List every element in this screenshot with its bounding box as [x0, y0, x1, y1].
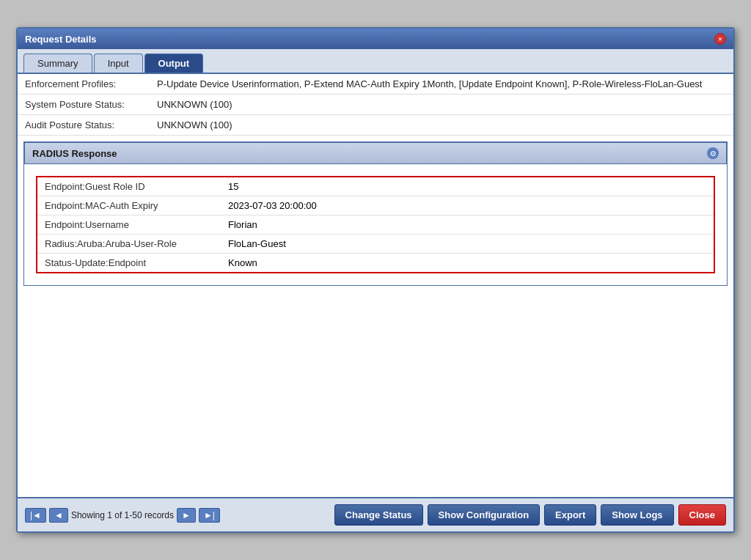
table-row: Endpoint:Username Florian — [37, 215, 714, 235]
footer: |◄ ◄ Showing 1 of 1-50 records ► ►| Chan… — [18, 497, 733, 531]
radius-key-4: Status-Update:Endpoint — [37, 254, 221, 273]
radius-value-3: FloLan-Guest — [221, 235, 376, 254]
value-system-posture: UNKNOWN (100) — [150, 95, 733, 115]
radius-response-table-wrapper: Endpoint:Guest Role ID 15 Endpoint:MAC-A… — [36, 176, 715, 273]
table-row: System Posture Status: UNKNOWN (100) — [18, 95, 733, 115]
radius-key-2: Endpoint:Username — [37, 215, 221, 235]
pagination-area: |◄ ◄ Showing 1 of 1-50 records ► ►| — [25, 508, 220, 523]
show-configuration-button[interactable]: Show Configuration — [428, 504, 540, 526]
radius-section-title: RADIUS Response — [32, 148, 117, 159]
radius-collapse-icon[interactable]: ⊙ — [707, 147, 719, 159]
last-page-button[interactable]: ►| — [199, 508, 220, 523]
value-audit-posture: UNKNOWN (100) — [150, 115, 733, 136]
main-content: Enforcement Profiles: P-Update Device Us… — [18, 74, 733, 497]
radius-value-2: Florian — [221, 215, 376, 235]
change-status-button[interactable]: Change Status — [334, 504, 423, 526]
radius-value-0: 15 — [221, 177, 376, 196]
action-buttons: Change Status Show Configuration Export … — [334, 504, 726, 526]
empty-area — [18, 292, 733, 497]
radius-value-4: Known — [221, 254, 376, 273]
radius-section-header: RADIUS Response ⊙ — [24, 142, 727, 164]
close-button[interactable]: Close — [678, 504, 726, 526]
table-row: Endpoint:Guest Role ID 15 — [37, 177, 714, 196]
title-bar: Request Details × — [18, 29, 733, 49]
radius-section: RADIUS Response ⊙ Endpoint:Guest Role ID… — [23, 141, 728, 286]
table-row: Endpoint:MAC-Auth Expiry 2023-07-03 20:0… — [37, 196, 714, 215]
window-close-button[interactable]: × — [714, 33, 726, 45]
radius-key-1: Endpoint:MAC-Auth Expiry — [37, 196, 221, 215]
value-enforcement-profiles: P-Update Device Userinformation, P-Exten… — [150, 74, 733, 95]
radius-value-1: 2023-07-03 20:00:00 — [221, 196, 376, 215]
label-enforcement-profiles: Enforcement Profiles: — [18, 74, 150, 95]
tab-summary[interactable]: Summary — [23, 54, 92, 73]
export-button[interactable]: Export — [544, 504, 596, 526]
show-logs-button[interactable]: Show Logs — [601, 504, 673, 526]
prev-page-button[interactable]: ◄ — [49, 508, 68, 523]
tab-input[interactable]: Input — [94, 54, 143, 73]
table-row: Enforcement Profiles: P-Update Device Us… — [18, 74, 733, 95]
table-row: Radius:Aruba:Aruba-User-Role FloLan-Gues… — [37, 235, 714, 254]
label-system-posture: System Posture Status: — [18, 95, 150, 115]
window-title: Request Details — [25, 34, 97, 45]
radius-key-0: Endpoint:Guest Role ID — [37, 177, 221, 196]
pagination-text: Showing 1 of 1-50 records — [71, 510, 174, 520]
tab-output[interactable]: Output — [144, 54, 204, 73]
radius-key-3: Radius:Aruba:Aruba-User-Role — [37, 235, 221, 254]
next-page-button[interactable]: ► — [177, 508, 196, 523]
request-details-window: Request Details × Summary Input Output E… — [16, 27, 735, 533]
label-audit-posture: Audit Posture Status: — [18, 115, 150, 136]
tab-bar: Summary Input Output — [18, 49, 733, 74]
first-page-button[interactable]: |◄ — [25, 508, 46, 523]
table-row: Status-Update:Endpoint Known — [37, 254, 714, 273]
radius-response-table: Endpoint:Guest Role ID 15 Endpoint:MAC-A… — [37, 177, 714, 272]
info-table: Enforcement Profiles: P-Update Device Us… — [18, 74, 733, 136]
table-row: Audit Posture Status: UNKNOWN (100) — [18, 115, 733, 136]
